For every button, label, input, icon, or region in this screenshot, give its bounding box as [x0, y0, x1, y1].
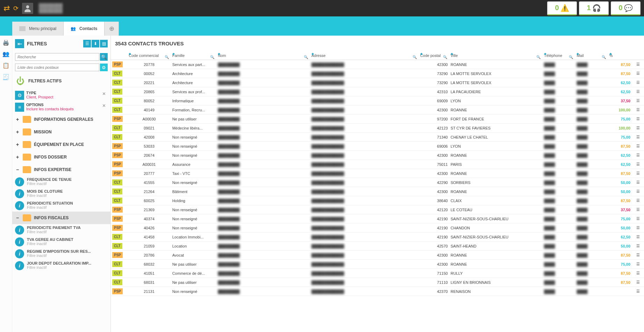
row-menu-icon[interactable]: ☰ — [632, 96, 644, 105]
table-row[interactable]: CLT 21264 Bâtiment ████████ ████████████… — [111, 187, 644, 196]
rail-icon-2[interactable]: 👥 — [2, 51, 9, 57]
filter-sub-item[interactable]: iREGIME D'IMPOSITION SUR RES...Filtre in… — [12, 248, 110, 260]
filter-sub-item[interactable]: iTVA GEREE AU CABINETFiltre inactif — [12, 236, 110, 248]
row-menu-icon[interactable]: ☰ — [632, 151, 644, 160]
row-menu-icon[interactable]: ☰ — [632, 233, 644, 242]
close-icon[interactable]: × — [100, 91, 108, 97]
row-menu-icon[interactable]: ☰ — [632, 60, 644, 69]
row-menu-icon[interactable]: ☰ — [632, 87, 644, 96]
table-row[interactable]: CLT 80052 Informatique ████████ ████████… — [111, 96, 644, 105]
folder-infos-fiscales[interactable]: − INFOS FISCALES — [12, 212, 110, 224]
close-icon[interactable]: × — [100, 103, 108, 109]
table-row[interactable]: PSP 20786 Avocat ████████ ████████████ 4… — [111, 251, 644, 260]
table-row[interactable]: PSP 20777 Taxi - VTC ████████ ██████████… — [111, 169, 644, 178]
table-row[interactable]: CLT 20865 Services aux prof... ████████ … — [111, 87, 644, 96]
column-header[interactable]: ◆% — [608, 51, 632, 60]
column-search-icon[interactable]: 🔍 — [413, 55, 417, 59]
sort-icon[interactable]: ◆ — [129, 52, 131, 56]
table-row[interactable]: CLT 68032 Ne pas utiliser ████████ █████… — [111, 260, 644, 269]
column-header[interactable]: ◆Code commercial🔍 — [127, 51, 171, 60]
sort-icon[interactable]: ◆ — [312, 52, 314, 56]
column-search-icon[interactable]: 🔍 — [165, 55, 169, 59]
column-header[interactable]: ◆Code postal🔍 — [419, 51, 449, 60]
tab-contacts[interactable]: 👥 Contacts — [64, 22, 105, 36]
column-search-icon[interactable]: 🔍 — [536, 55, 541, 59]
row-menu-icon[interactable]: ☰ — [632, 160, 644, 169]
table-row[interactable]: CLT 00052 Architecture ████████ ████████… — [111, 69, 644, 78]
table-row[interactable]: CLT 21059 Location ████████ ████████████… — [111, 242, 644, 251]
status-box[interactable]: 0⚠️ — [547, 1, 577, 15]
row-menu-icon[interactable]: ☰ — [632, 169, 644, 178]
table-row[interactable]: CLT 41458 Location Immobi... ████████ ██… — [111, 233, 644, 242]
folder-row[interactable]: +ÉQUIPEMENT EN PLACE — [12, 138, 110, 151]
row-menu-icon[interactable]: ☰ — [632, 251, 644, 260]
row-menu-icon[interactable]: ☰ — [632, 242, 644, 251]
table-row[interactable]: PSP 40426 Non renseigné ████████ ███████… — [111, 223, 644, 233]
column-search-icon[interactable]: 🔍 — [210, 55, 214, 59]
column-search-icon[interactable]: 🔍 — [569, 55, 573, 59]
table-row[interactable]: PSP 20674 Non renseigné ████████ ███████… — [111, 151, 644, 160]
column-header[interactable]: ◆Ville🔍 — [449, 51, 543, 60]
folder-row[interactable]: +MISSION — [12, 126, 110, 138]
column-header[interactable]: ◆Mail🔍 — [575, 51, 608, 60]
column-header[interactable]: ◆Téléphone🔍 — [543, 51, 575, 60]
folder-row[interactable]: +INFORMATIONS GENERALES — [12, 113, 110, 126]
filter-sub-item[interactable]: iPERIODICITE SITUATIONFiltre inactif — [12, 200, 110, 212]
folder-toggle[interactable]: − — [15, 215, 20, 221]
table-row[interactable]: PSP 21369 Non renseigné ████████ ███████… — [111, 205, 644, 214]
sort-icon[interactable]: ◆ — [218, 52, 220, 56]
table-row[interactable]: CLT 60025 Holding ████████ ████████████ … — [111, 196, 644, 205]
table-row[interactable]: CLT 09021 Médecine libéra... ████████ ██… — [111, 124, 644, 133]
search-input[interactable] — [15, 53, 99, 61]
folder-toggle[interactable]: + — [15, 154, 20, 160]
column-header[interactable]: ◆Nom🔍 — [216, 51, 310, 60]
folder-toggle[interactable]: + — [15, 117, 20, 122]
folder-toggle[interactable]: + — [15, 129, 20, 135]
row-menu-icon[interactable]: ☰ — [632, 205, 644, 214]
sort-icon[interactable]: ◆ — [451, 52, 453, 56]
folder-toggle[interactable]: + — [15, 142, 20, 147]
table-row[interactable]: CLT 41555 Non renseigné ████████ ███████… — [111, 178, 644, 187]
filter-sub-item[interactable]: iPERIODICITE PAIEMENT TVAFiltre inactif — [12, 224, 110, 236]
row-menu-icon[interactable]: ☰ — [632, 187, 644, 196]
filter-sub-item[interactable]: iFREQUENCE DE TENUEFiltre inactif — [12, 176, 110, 188]
column-header[interactable]: ◆Adresse🔍 — [310, 51, 419, 60]
column-search-icon[interactable]: 🔍 — [602, 55, 606, 59]
table-row[interactable]: CLT 40149 Formation, Recru... ████████ █… — [111, 105, 644, 115]
row-menu-icon[interactable]: ☰ — [632, 178, 644, 187]
rail-icon-3[interactable]: 📋 — [2, 62, 9, 69]
folder-row[interactable]: −INFOS EXPERTISE — [12, 163, 110, 176]
tab-add[interactable]: ⊕ — [105, 22, 119, 36]
table-row[interactable]: CLT 42008 Non renseigné ████████ ███████… — [111, 133, 644, 142]
column-search-icon[interactable]: 🔍 — [304, 55, 308, 59]
row-menu-icon[interactable]: ☰ — [632, 142, 644, 151]
filter-sub-item[interactable]: iJOUR DEPOT DECLARATION IMP...Filtre ina… — [12, 260, 110, 272]
column-header[interactable] — [111, 51, 127, 60]
table-row[interactable]: PSP A00031 Assurance ████████ ██████████… — [111, 160, 644, 169]
sort-icon[interactable]: ◆ — [609, 52, 612, 56]
column-header[interactable] — [632, 51, 644, 60]
table-row[interactable]: CLT 41051 Commerce de dé... ████████ ███… — [111, 269, 644, 278]
rail-icon-4[interactable]: 🧾 — [2, 74, 9, 80]
row-menu-icon[interactable]: ☰ — [632, 133, 644, 142]
filter-action-download-icon[interactable]: ⬇ — [92, 40, 99, 47]
folder-toggle[interactable]: − — [15, 167, 20, 172]
status-box[interactable]: 0💬 — [611, 1, 641, 15]
table-row[interactable]: PSP 53033 Non renseigné ████████ ███████… — [111, 142, 644, 151]
rail-icon-1[interactable]: 🖨️ — [2, 39, 9, 46]
column-header[interactable]: ◆Famille🔍 — [171, 51, 217, 60]
row-menu-icon[interactable]: ☰ — [632, 196, 644, 205]
row-menu-icon[interactable]: ☰ — [632, 269, 644, 278]
sort-icon[interactable]: ◆ — [544, 52, 546, 56]
postal-codes-input[interactable] — [15, 64, 99, 71]
row-menu-icon[interactable]: ☰ — [632, 223, 644, 233]
filter-action-tag-icon[interactable]: ▤ — [100, 40, 108, 47]
postal-search-button[interactable]: ⚙ — [100, 64, 108, 71]
table-row[interactable]: PSP 21131 Non renseigné ████████ ███████… — [111, 287, 644, 296]
table-row[interactable]: PSP A00030 Ne pas utiliser ████████ ████… — [111, 115, 644, 124]
refresh-icon[interactable]: ⟳ — [13, 5, 19, 12]
table-row[interactable]: PSP 20778 Services aux part... ████████ … — [111, 60, 644, 69]
sort-icon[interactable]: ◆ — [420, 52, 423, 56]
row-menu-icon[interactable]: ☰ — [632, 69, 644, 78]
row-menu-icon[interactable]: ☰ — [632, 214, 644, 223]
